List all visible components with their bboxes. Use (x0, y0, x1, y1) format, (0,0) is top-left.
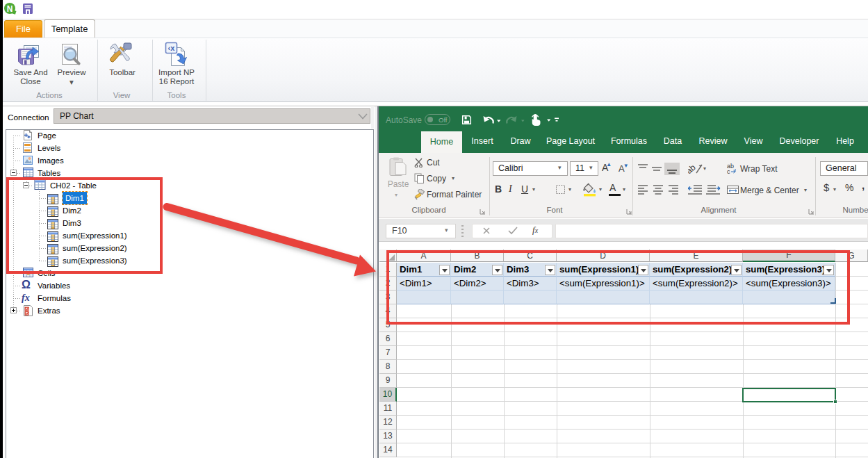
svg-text:ab: ab (688, 163, 698, 176)
svg-text:c: c (727, 168, 730, 174)
svg-text:‹x: ‹x (168, 44, 176, 52)
svg-text:N: N (7, 4, 13, 14)
